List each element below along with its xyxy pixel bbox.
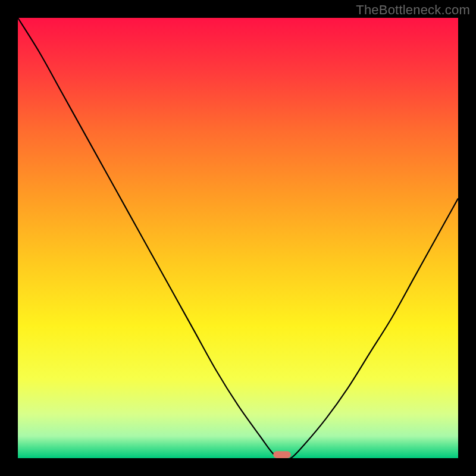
gradient-rect [18,18,458,458]
chart-svg [18,18,458,458]
watermark-text: TheBottleneck.com [356,2,470,18]
chart-frame: TheBottleneck.com [0,0,476,476]
optimum-marker [273,451,291,458]
plot-area [18,18,458,458]
